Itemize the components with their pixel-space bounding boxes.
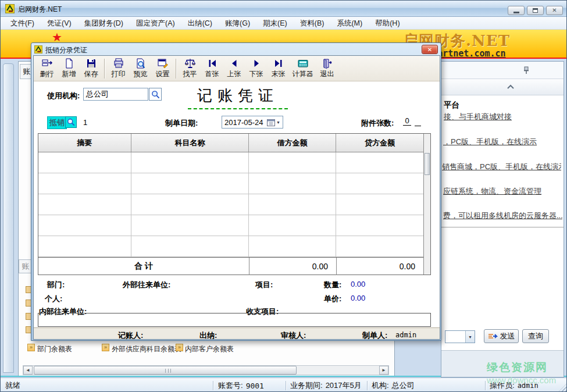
menu-fixed-assets[interactable]: 固定资产(A) (130, 17, 181, 30)
horizontal-scrollbar[interactable]: ◄ ► (23, 365, 389, 375)
settings-icon (157, 58, 169, 69)
date-dropdown-icon[interactable]: ▼ (276, 120, 280, 124)
menubar: 文件(F) 凭证(V) 集团财务(D) 固定资产(A) 出纳(C) 账簿(G) … (1, 17, 567, 30)
menu-help[interactable]: 帮助(H) (369, 17, 406, 30)
calculator-button[interactable]: 计算器 (290, 56, 316, 80)
new-button[interactable]: 新增 (58, 56, 80, 80)
status-org: 机构:总公司 (372, 378, 415, 392)
window-title: 启网财务.NET (18, 5, 62, 15)
minimize-button[interactable] (508, 6, 525, 15)
calculator-icon (297, 58, 309, 69)
table-scrollbar-thumb[interactable] (425, 153, 430, 175)
voucher-type-chip[interactable]: 抵销 (47, 116, 67, 129)
balance-button[interactable]: 找平 (179, 56, 201, 80)
dept-label: 部门: (47, 280, 65, 290)
report-link-internal-customer[interactable]: 内部客户余额表 (185, 344, 234, 354)
table-row[interactable] (38, 236, 423, 257)
voucher-type-search-button[interactable] (65, 116, 77, 128)
panel-heading: 平台 (444, 100, 563, 111)
panel-dropdown[interactable]: ▼ (445, 330, 475, 343)
next-voucher-button[interactable]: 下张 (245, 56, 267, 80)
status-operator: 操作员:admin (490, 378, 539, 392)
date-input[interactable]: 2017-05-24 ▼ (222, 116, 283, 129)
dropdown-arrow-icon[interactable]: ▼ (465, 331, 475, 343)
menu-file[interactable]: 文件(F) (4, 17, 41, 30)
price-value[interactable]: 0.00 (351, 294, 365, 302)
status-ready: 就绪 (5, 378, 20, 392)
dialog-icon (34, 45, 42, 54)
panel-link[interactable]: 应链系统，物流、资金流管理 (443, 186, 562, 197)
header-account: 科目名称 (131, 134, 249, 152)
calendar-icon[interactable] (267, 119, 275, 126)
report-link-external-supplier[interactable]: 外部供应商科目余额表 (112, 344, 181, 354)
panel-separator (441, 227, 564, 228)
app-window: 启网财务.NET ✕ 文件(F) 凭证(V) 集团财务(D) 固定资产(A) 出… (0, 0, 567, 392)
save-button[interactable]: 保存 (80, 56, 102, 80)
app-icon (5, 4, 15, 13)
send-icon (488, 333, 498, 340)
panel-link[interactable]: 销售商城，PC版、手机版，在线演示 (442, 162, 561, 172)
resize-grip[interactable] (559, 384, 566, 391)
last-voucher-button[interactable]: 末张 (268, 56, 289, 80)
menu-voucher[interactable]: 凭证(V) (41, 17, 78, 30)
org-search-button[interactable] (149, 88, 162, 101)
query-button[interactable]: 查询 (522, 329, 549, 343)
send-button[interactable]: 发送 (484, 329, 519, 343)
panel-pin-bar (441, 62, 564, 79)
prev-voucher-button[interactable]: 上张 (223, 56, 245, 80)
close-icon: ✕ (427, 47, 432, 53)
total-debit: 0.00 (249, 258, 336, 275)
first-icon (206, 58, 218, 69)
header-debit: 借方金额 (249, 134, 336, 152)
panel-link[interactable]: 接、与手机商城对接 (444, 112, 563, 122)
table-scrollbar[interactable] (423, 134, 430, 275)
menu-period-end[interactable]: 期末(E) (256, 17, 294, 30)
table-row[interactable] (38, 194, 423, 215)
table-row[interactable] (38, 173, 423, 194)
menu-cashier[interactable]: 出纳(C) (181, 17, 219, 30)
settings-button[interactable]: 设置 (152, 56, 173, 80)
panel-link[interactable]: ，PC版、手机版，在线演示 (443, 137, 562, 147)
table-row[interactable] (38, 152, 423, 173)
restore-button[interactable] (527, 6, 544, 15)
close-button[interactable]: ✕ (546, 6, 563, 15)
report-bullet-icon: » (102, 344, 109, 351)
print-button[interactable]: 打印 (108, 56, 129, 80)
menu-ledger[interactable]: 账簿(G) (219, 17, 256, 30)
voucher-table: 摘要 科目名称 借方金额 贷方金额 合 计 0.00 0.00 (38, 133, 431, 275)
menu-data[interactable]: 资料(B) (294, 17, 331, 30)
project-label: 项目: (255, 280, 273, 290)
scroll-right-icon[interactable]: ► (379, 366, 388, 375)
new-doc-icon (63, 58, 75, 69)
dialog-toolbar: 删行 新增 保存 打印 预览 设置 (34, 56, 440, 81)
collapse-icon[interactable] (507, 84, 515, 89)
delete-row-button[interactable]: 删行 (36, 56, 58, 80)
collapsed-panel-strip[interactable] (3, 63, 14, 373)
org-input[interactable]: 总公司 (83, 88, 148, 101)
minimize-icon (513, 12, 519, 13)
preview-button[interactable]: 预览 (130, 56, 151, 80)
right-panel: 平台 接、与手机商城对接 ，PC版、手机版，在线演示 销售商城，PC版、手机版，… (441, 61, 564, 377)
panel-link[interactable]: 费，可以租用多线机房的云服务器... (443, 211, 562, 221)
table-header-row: 摘要 科目名称 借方金额 贷方金额 (38, 134, 423, 152)
pin-icon[interactable] (523, 66, 530, 74)
toolbar-separator (104, 59, 105, 79)
dialog-close-button[interactable]: ✕ (422, 45, 438, 54)
scrollbar-thumb[interactable] (34, 366, 297, 375)
panel-header[interactable] (441, 79, 564, 95)
menu-group-finance[interactable]: 集团财务(D) (78, 17, 130, 30)
search-icon (67, 118, 75, 126)
qty-value[interactable]: 0.00 (351, 280, 365, 288)
first-voucher-button[interactable]: 首张 (201, 56, 223, 80)
menu-system[interactable]: 系统(M) (330, 17, 369, 30)
exit-button[interactable]: 退出 (316, 56, 338, 80)
report-bullet-icon: » (27, 344, 35, 351)
restore-icon (533, 8, 538, 13)
total-credit: 0.00 (336, 258, 423, 275)
table-row[interactable] (38, 215, 423, 236)
attachments-blank[interactable] (415, 116, 421, 126)
table-total-row: 合 计 0.00 0.00 (38, 257, 423, 275)
scroll-left-icon[interactable]: ◄ (23, 366, 33, 375)
attachments-value[interactable]: 0 (403, 116, 411, 126)
report-link-dept-balance[interactable]: 部门余额表 (37, 344, 72, 354)
